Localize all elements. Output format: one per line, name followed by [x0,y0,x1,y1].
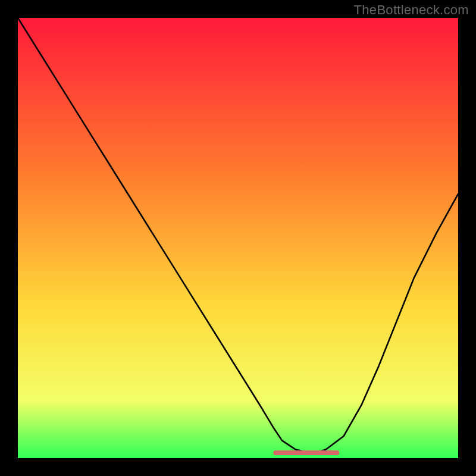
chart-frame: TheBottleneck.com [0,0,476,476]
minimum-band [273,450,339,455]
chart-overlay [18,18,458,458]
watermark-text: TheBottleneck.com [354,2,469,18]
bottleneck-curve [18,18,458,454]
plot-area [18,18,458,458]
